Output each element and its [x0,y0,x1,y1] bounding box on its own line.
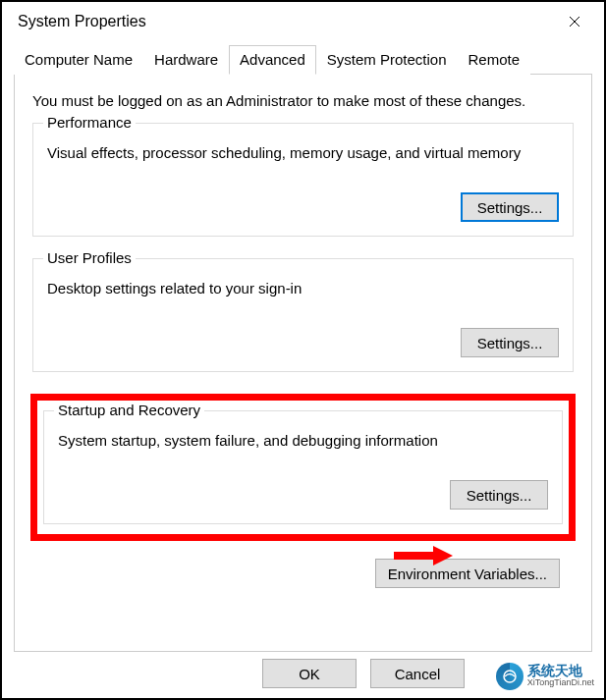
startup-recovery-settings-button[interactable]: Settings... [450,480,548,510]
highlight-annotation: Startup and Recovery System startup, sys… [30,394,576,541]
tab-advanced[interactable]: Advanced [229,45,316,75]
tab-computer-name[interactable]: Computer Name [14,45,143,75]
tab-system-protection[interactable]: System Protection [316,45,458,75]
watermark-icon [496,663,523,690]
user-profiles-button-row: Settings... [47,328,559,357]
performance-group: Performance Visual effects, processor sc… [32,123,574,237]
system-properties-window: System Properties Computer Name Hardware… [0,0,606,700]
startup-recovery-legend: Startup and Recovery [54,402,204,418]
user-profiles-desc: Desktop settings related to your sign-in [47,279,559,298]
content-area: Computer Name Hardware Advanced System P… [2,45,604,652]
startup-recovery-button-row: Settings... [58,480,548,510]
performance-settings-button[interactable]: Settings... [461,192,559,222]
startup-recovery-desc: System startup, system failure, and debu… [58,431,548,451]
tab-remote[interactable]: Remote [458,45,531,75]
performance-desc: Visual effects, processor scheduling, me… [47,143,559,163]
watermark: 系统天地 XiTongTianDi.net [496,663,594,690]
performance-button-row: Settings... [47,192,559,222]
tab-hardware[interactable]: Hardware [143,45,229,75]
ok-button[interactable]: OK [262,659,357,688]
startup-recovery-group: Startup and Recovery System startup, sys… [43,410,563,524]
watermark-url: XiTongTianDi.net [527,676,594,688]
intro-text: You must be logged on as an Administrato… [32,92,578,109]
user-profiles-group: User Profiles Desktop settings related t… [32,258,574,372]
user-profiles-legend: User Profiles [43,249,136,266]
user-profiles-settings-button[interactable]: Settings... [461,328,559,357]
tab-strip: Computer Name Hardware Advanced System P… [14,45,592,75]
close-icon [569,16,580,27]
close-button[interactable] [557,8,592,35]
watermark-text: 系统天地 XiTongTianDi.net [527,665,594,688]
titlebar: System Properties [2,2,604,45]
window-title: System Properties [18,13,146,30]
cancel-button[interactable]: Cancel [370,659,465,688]
environment-variables-button[interactable]: Environment Variables... [375,559,560,588]
env-button-row: Environment Variables... [28,559,560,588]
watermark-chinese: 系统天地 [527,665,594,676]
advanced-panel: You must be logged on as an Administrato… [14,75,592,652]
performance-legend: Performance [43,114,136,131]
